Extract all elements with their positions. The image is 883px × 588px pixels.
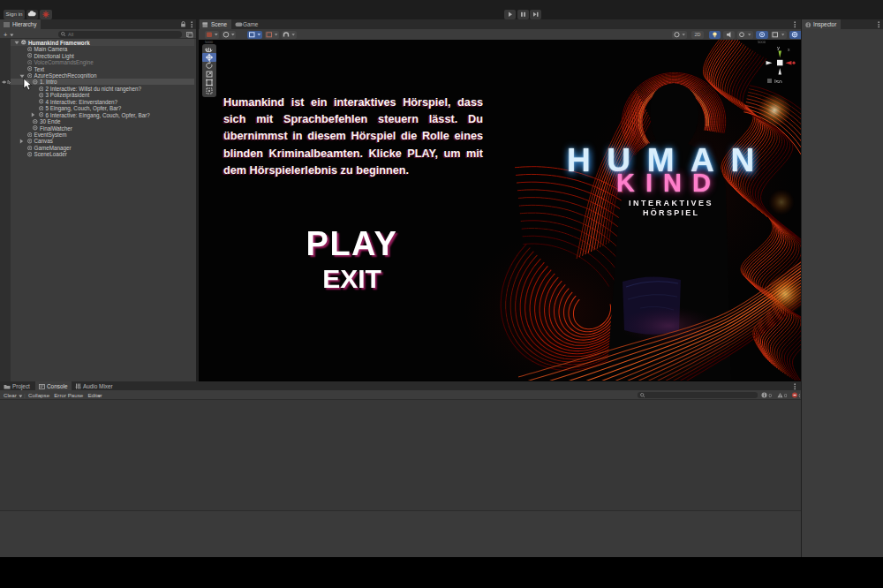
svg-text:Iso: Iso	[774, 79, 782, 84]
svg-text:0: 0	[769, 393, 773, 398]
svg-text:x: x	[788, 47, 790, 52]
svg-text:0: 0	[799, 393, 801, 398]
svg-text:0: 0	[784, 393, 788, 398]
svg-text:y: y	[777, 45, 780, 50]
